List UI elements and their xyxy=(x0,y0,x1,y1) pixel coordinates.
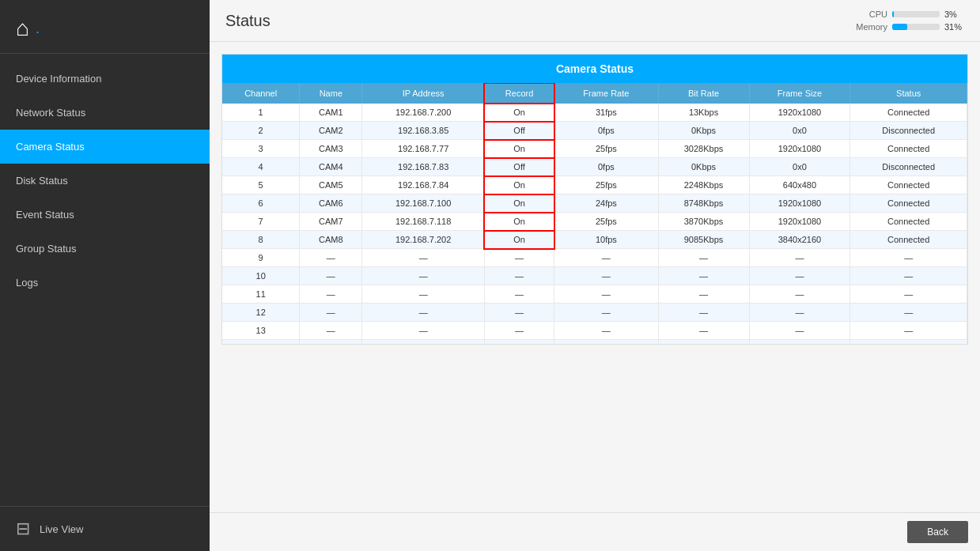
cell-channel: 12 xyxy=(222,304,300,322)
cell-frame-rate: 10fps xyxy=(554,231,658,249)
panel-title: Camera Status xyxy=(222,55,967,83)
table-row: 11——————— xyxy=(222,285,967,304)
cell-ip: 192.168.7.100 xyxy=(362,194,485,213)
sidebar-item-camera-status[interactable]: Camera Status xyxy=(0,130,210,164)
cell-record: — xyxy=(484,322,554,340)
table-row: 3CAM3192.168.7.77On25fps3028Kbps1920x108… xyxy=(222,140,967,158)
monitor-icon: ⊟ xyxy=(16,519,30,539)
cell-channel: 7 xyxy=(222,213,300,231)
cell-name: CAM8 xyxy=(300,231,362,249)
home-icon: ⌂ xyxy=(16,16,29,41)
cell-record: On xyxy=(484,140,554,158)
cell-frame-size: — xyxy=(749,340,850,345)
cell-bit-rate: 13Kbps xyxy=(658,104,749,122)
table-row: 5CAM5192.168.7.84On25fps2248Kbps640x480C… xyxy=(222,176,967,194)
page-header: Status CPU 3% Memory 31% xyxy=(210,0,980,42)
cell-bit-rate: 8748Kbps xyxy=(658,194,749,213)
cell-bit-rate: 2248Kbps xyxy=(658,176,749,194)
cell-record: On xyxy=(484,104,554,122)
cell-frame-size: 640x480 xyxy=(749,176,850,194)
cell-ip: — xyxy=(362,322,485,340)
table-row: 7CAM7192.168.7.118On25fps3870Kbps1920x10… xyxy=(222,213,967,231)
cell-frame-size: 3840x2160 xyxy=(749,231,850,249)
cell-channel: 10 xyxy=(222,267,300,285)
cell-ip: — xyxy=(362,304,485,322)
sidebar-item-logs[interactable]: Logs xyxy=(0,266,210,300)
cell-bit-rate: 3028Kbps xyxy=(658,140,749,158)
back-button[interactable]: Back xyxy=(907,521,968,543)
cell-record: Off xyxy=(484,158,554,176)
cell-status: Connected xyxy=(850,231,967,249)
sidebar-logo: ⌂ . xyxy=(0,0,210,54)
table-wrapper[interactable]: Channel Name IP Address Record Frame Rat… xyxy=(222,83,967,344)
cell-ip: 192.168.3.85 xyxy=(362,122,485,140)
col-ip-address: IP Address xyxy=(362,83,485,104)
table-header: Channel Name IP Address Record Frame Rat… xyxy=(222,83,967,104)
logo-dot: . xyxy=(36,21,40,37)
cell-name: — xyxy=(300,340,362,345)
cell-record: On xyxy=(484,213,554,231)
cell-frame-size: 1920x1080 xyxy=(749,213,850,231)
cell-name: CAM2 xyxy=(300,122,362,140)
sidebar-item-group-status[interactable]: Group Status xyxy=(0,232,210,266)
cell-frame-rate: — xyxy=(554,322,658,340)
cell-ip: 192.168.7.77 xyxy=(362,140,485,158)
cell-channel: 8 xyxy=(222,231,300,249)
cell-frame-rate: 25fps xyxy=(554,140,658,158)
sidebar-item-disk-status[interactable]: Disk Status xyxy=(0,164,210,198)
table-row: 13——————— xyxy=(222,322,967,340)
cell-frame-size: 1920x1080 xyxy=(749,140,850,158)
live-view-label: Live View xyxy=(40,523,83,535)
memory-stat-row: Memory 31% xyxy=(848,22,964,32)
cell-bit-rate: — xyxy=(658,267,749,285)
sidebar-item-network-status[interactable]: Network Status xyxy=(0,96,210,130)
cell-frame-size: — xyxy=(749,285,850,304)
memory-bar-fill xyxy=(892,24,907,30)
cell-channel: 5 xyxy=(222,176,300,194)
sidebar-item-event-status[interactable]: Event Status xyxy=(0,198,210,232)
cell-bit-rate: — xyxy=(658,340,749,345)
cell-record: — xyxy=(484,304,554,322)
cell-name: CAM7 xyxy=(300,213,362,231)
cpu-value: 3% xyxy=(944,9,964,19)
cell-name: — xyxy=(300,267,362,285)
cell-record: — xyxy=(484,267,554,285)
cell-bit-rate: 3870Kbps xyxy=(658,213,749,231)
col-frame-size: Frame Size xyxy=(749,83,850,104)
memory-bar-bg xyxy=(892,24,940,30)
cell-record: On xyxy=(484,176,554,194)
cell-status: Connected xyxy=(850,213,967,231)
cell-frame-rate: 31fps xyxy=(554,104,658,122)
cell-name: CAM5 xyxy=(300,176,362,194)
cell-ip: 192.168.7.202 xyxy=(362,231,485,249)
col-channel: Channel xyxy=(222,83,300,104)
cell-bit-rate: — xyxy=(658,249,749,267)
page-title: Status xyxy=(225,12,271,30)
cell-channel: 3 xyxy=(222,140,300,158)
main-content: Status CPU 3% Memory 31% Camera Status xyxy=(210,0,980,551)
cell-frame-size: — xyxy=(749,304,850,322)
cell-channel: 6 xyxy=(222,194,300,213)
memory-label: Memory xyxy=(848,22,887,32)
cpu-label: CPU xyxy=(848,9,887,19)
sidebar-item-device-information[interactable]: Device Information xyxy=(0,62,210,96)
table-row: 4CAM4192.168.7.83Off0fps0Kbps0x0Disconne… xyxy=(222,158,967,176)
cell-channel: 1 xyxy=(222,104,300,122)
col-name: Name xyxy=(300,83,362,104)
table-row: 6CAM6192.168.7.100On24fps8748Kbps1920x10… xyxy=(222,194,967,213)
cell-ip: 192.168.7.83 xyxy=(362,158,485,176)
cpu-bar-bg xyxy=(892,11,940,17)
cell-ip: 192.168.7.118 xyxy=(362,213,485,231)
cell-bit-rate: 0Kbps xyxy=(658,158,749,176)
cell-ip: — xyxy=(362,267,485,285)
table-body: 1CAM1192.168.7.200On31fps13Kbps1920x1080… xyxy=(222,104,967,344)
cell-channel: 9 xyxy=(222,249,300,267)
cell-ip: — xyxy=(362,285,485,304)
cell-frame-rate: — xyxy=(554,285,658,304)
cell-ip: — xyxy=(362,249,485,267)
cell-name: CAM1 xyxy=(300,104,362,122)
cell-frame-rate: 25fps xyxy=(554,213,658,231)
camera-table: Channel Name IP Address Record Frame Rat… xyxy=(222,83,967,344)
cell-status: Disconnected xyxy=(850,158,967,176)
cell-name: — xyxy=(300,285,362,304)
